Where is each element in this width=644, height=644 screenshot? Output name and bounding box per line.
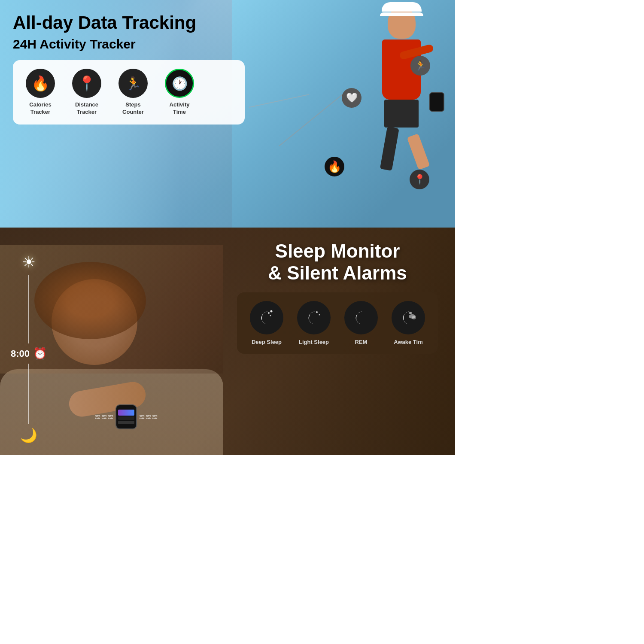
moon-icon: 🌙 [20,427,37,444]
watch-area: ≋≋≋ ≋≋≋ [94,404,158,429]
steps-icon-circle: 🏃 [118,69,148,98]
sleep-feature-rem: REM [342,301,380,345]
activity-icon-circle: 🕐 [165,69,194,98]
features-card: 🔥 CaloriesTracker 📍 DistanceTracker 🏃 St… [13,60,245,125]
subtitle: 24H Activity Tracker [13,37,245,52]
svg-point-4 [270,315,271,316]
calories-label: CaloriesTracker [29,101,51,116]
timeline-top [28,275,29,343]
top-section: 🏃 🤍 🔥 📍 All-day Data Tracking 24H Activi… [0,0,455,228]
time-label: 8:00 ⏰ [11,347,47,360]
top-content: All-day Data Tracking 24H Activity Track… [0,0,258,137]
deep-sleep-label: Deep Sleep [252,339,282,345]
main-title: All-day Data Tracking [13,13,245,33]
light-sleep-icon [297,301,331,334]
feature-distance: 📍 DistanceTracker [70,69,104,116]
distance-label: DistanceTracker [75,101,98,116]
sleep-feature-deep: Deep Sleep [247,301,286,345]
deep-sleep-icon [250,301,283,334]
timeline-bottom [28,364,29,424]
sleep-timeline: ☀ 8:00 ⏰ 🌙 [11,253,47,444]
feature-calories: 🔥 CaloriesTracker [23,69,58,116]
distance-icon-circle: 📍 [72,69,101,98]
sun-icon: ☀ [22,253,36,271]
feature-activity: 🕐 ActivityTime [162,69,197,116]
flame-icon: 🔥 [325,157,344,176]
sleep-content: Sleep Monitor & Silent Alarms Deep Sleep [237,240,438,354]
svg-point-5 [316,311,318,313]
rem-label: REM [355,339,368,345]
sleep-monitor-title: Sleep Monitor & Silent Alarms [237,240,438,284]
runner-area [232,0,455,228]
svg-point-6 [319,314,320,316]
svg-point-2 [268,312,270,314]
bottom-section: ☀ 8:00 ⏰ 🌙 ≋≋≋ ≋≋≋ Sleep Monitor & Silen… [0,228,455,455]
svg-point-9 [412,316,416,319]
svg-point-7 [409,312,412,314]
light-sleep-label: Light Sleep [299,339,329,345]
awake-icon [392,301,425,334]
feature-steps: 🏃 StepsCounter [116,69,150,116]
runner-icon: 🏃 [410,56,430,76]
sleep-feature-light: Light Sleep [295,301,333,345]
sleep-features-card: Deep Sleep Light Sleep [237,292,438,354]
pin-icon: 📍 [410,170,429,189]
svg-point-3 [270,310,273,313]
sleep-feature-awake: Awake Tim [389,301,428,345]
calories-icon-circle: 🔥 [26,69,55,98]
steps-label: StepsCounter [122,101,144,116]
heart-icon: 🤍 [342,88,361,108]
activity-label: ActivityTime [170,101,190,116]
awake-label: Awake Tim [394,339,422,345]
rem-icon [344,301,378,334]
